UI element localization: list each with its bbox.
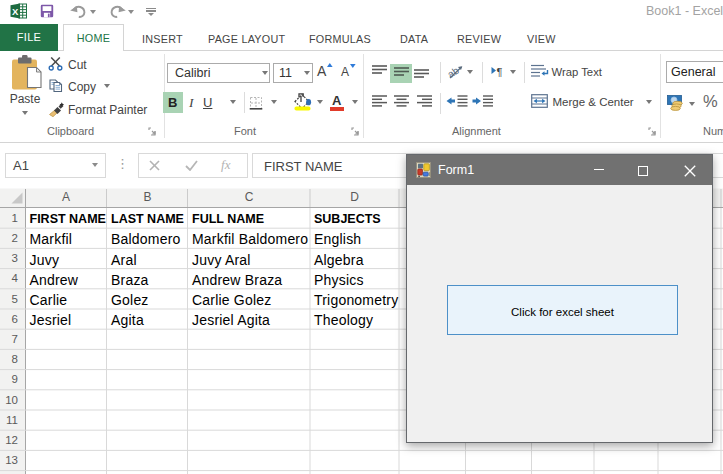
- svg-text:ab: ab: [447, 64, 461, 80]
- svg-text:¶: ¶: [497, 66, 503, 78]
- svg-text:X: X: [12, 6, 19, 17]
